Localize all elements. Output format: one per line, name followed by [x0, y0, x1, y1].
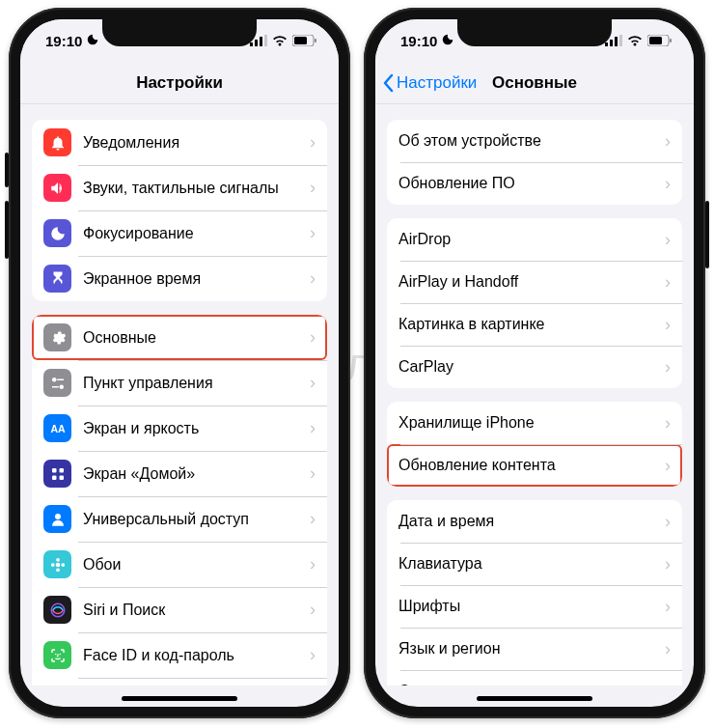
row-label: CarPlay: [398, 357, 659, 377]
back-label: Настройки: [397, 73, 477, 93]
flower-icon: [43, 550, 71, 578]
row-label: Основные: [83, 328, 304, 348]
phone-right: 19:10: [364, 8, 705, 718]
settings-row[interactable]: Экран «Домой» ›: [32, 451, 327, 496]
row-label: Обновление ПО: [398, 174, 659, 193]
svg-point-21: [61, 563, 65, 567]
settings-group: AirDrop › AirPlay и Handoff › Картинка в…: [387, 218, 682, 388]
row-label: Экранное время: [83, 269, 304, 289]
svg-rect-12: [52, 468, 57, 473]
siri-icon: [43, 596, 71, 624]
settings-row[interactable]: Обои ›: [32, 542, 327, 587]
chevron-right-icon: ›: [665, 456, 671, 476]
speaker-icon: [43, 174, 71, 202]
settings-row[interactable]: Универсальный доступ ›: [32, 496, 327, 542]
settings-row[interactable]: Обновление контента ›: [387, 444, 682, 487]
battery-icon: [292, 35, 317, 46]
settings-row[interactable]: Siri и Поиск ›: [32, 587, 327, 632]
settings-row[interactable]: Уведомления ›: [32, 120, 327, 165]
wifi-icon: [272, 35, 288, 46]
svg-rect-2: [260, 37, 262, 46]
nav-bar: Настройки Основные: [375, 62, 694, 104]
row-label: Обои: [83, 555, 304, 574]
settings-row[interactable]: AirDrop ›: [387, 218, 682, 261]
content-area[interactable]: Об этом устройстве › Обновление ПО › Air…: [375, 104, 694, 686]
settings-row[interactable]: Обновление ПО ›: [387, 162, 682, 205]
svg-rect-1: [255, 40, 258, 46]
settings-row[interactable]: Словарь ›: [387, 670, 682, 686]
settings-row[interactable]: Картинка в картинке ›: [387, 303, 682, 346]
row-label: Обновление контента: [398, 456, 659, 475]
aa-icon: AA: [43, 414, 71, 442]
svg-point-19: [56, 568, 60, 572]
settings-row[interactable]: Звуки, тактильные сигналы ›: [32, 165, 327, 210]
svg-rect-10: [52, 386, 59, 388]
settings-row[interactable]: Фокусирование ›: [32, 210, 327, 256]
svg-point-16: [55, 514, 61, 519]
row-label: Фокусирование: [83, 224, 304, 243]
settings-row[interactable]: Пункт управления ›: [32, 360, 327, 406]
svg-point-7: [52, 378, 57, 382]
gear-icon: [43, 323, 71, 351]
wifi-icon: [627, 35, 643, 46]
row-label: Клавиатура: [398, 554, 659, 574]
chevron-right-icon: ›: [665, 174, 671, 194]
settings-row[interactable]: AirPlay и Handoff ›: [387, 261, 682, 303]
row-label: Картинка в картинке: [398, 315, 659, 334]
bell-icon: [43, 128, 71, 156]
svg-text:AA: AA: [50, 422, 66, 434]
row-label: Siri и Поиск: [83, 601, 304, 620]
svg-rect-33: [619, 35, 622, 46]
chevron-right-icon: ›: [665, 272, 671, 293]
chevron-right-icon: ›: [665, 413, 671, 434]
chevron-right-icon: ›: [665, 639, 671, 659]
screen: 19:10 Наст: [20, 19, 339, 707]
settings-row[interactable]: Face ID и код-пароль ›: [32, 632, 327, 678]
svg-rect-31: [610, 40, 613, 46]
settings-row[interactable]: CarPlay ›: [387, 346, 682, 388]
row-label: Шрифты: [398, 597, 659, 616]
settings-row[interactable]: Язык и регион ›: [387, 628, 682, 670]
row-label: Экран «Домой»: [83, 464, 304, 484]
person-icon: [43, 505, 71, 533]
settings-group: Об этом устройстве › Обновление ПО ›: [387, 120, 682, 205]
moon-icon: [43, 219, 71, 247]
faceid-icon: [43, 641, 71, 669]
notch: [102, 19, 257, 46]
chevron-right-icon: ›: [310, 554, 316, 574]
phone-pair: 19:10 Наст: [0, 0, 714, 726]
settings-row[interactable]: Шрифты ›: [387, 585, 682, 628]
status-time: 19:10: [400, 33, 437, 49]
content-area[interactable]: Уведомления › Звуки, тактильные сигналы …: [20, 104, 339, 686]
chevron-right-icon: ›: [310, 178, 316, 198]
settings-group: Дата и время › Клавиатура › Шрифты › Язы…: [387, 500, 682, 686]
settings-row[interactable]: Дата и время ›: [387, 500, 682, 543]
svg-rect-30: [605, 42, 608, 46]
chevron-right-icon: ›: [310, 645, 316, 665]
row-label: Хранилище iPhone: [398, 413, 659, 433]
page-title: Основные: [492, 73, 577, 93]
home-indicator[interactable]: [122, 696, 237, 701]
page-title: Настройки: [136, 73, 223, 93]
svg-point-20: [50, 563, 54, 567]
back-button[interactable]: Настройки: [383, 62, 477, 103]
row-label: Face ID и код-пароль: [83, 646, 304, 665]
settings-row[interactable]: Клавиатура ›: [387, 543, 682, 585]
settings-row[interactable]: AA Экран и яркость ›: [32, 406, 327, 451]
settings-row[interactable]: SOS Экстренный вызов — SOS ›: [32, 678, 327, 686]
svg-rect-35: [649, 37, 662, 44]
svg-rect-6: [315, 39, 316, 42]
settings-row[interactable]: Об этом устройстве ›: [387, 120, 682, 162]
switches-icon: [43, 369, 71, 397]
svg-rect-3: [264, 35, 267, 46]
chevron-right-icon: ›: [310, 600, 316, 620]
phone-left: 19:10 Наст: [9, 8, 350, 718]
settings-row[interactable]: Основные ›: [32, 315, 327, 360]
row-label: Уведомления: [83, 133, 304, 153]
home-indicator[interactable]: [477, 696, 592, 701]
settings-group: Хранилище iPhone › Обновление контента ›: [387, 402, 682, 487]
chevron-right-icon: ›: [310, 268, 316, 289]
settings-row[interactable]: Экранное время ›: [32, 256, 327, 301]
settings-row[interactable]: Хранилище iPhone ›: [387, 402, 682, 444]
chevron-right-icon: ›: [310, 132, 316, 153]
